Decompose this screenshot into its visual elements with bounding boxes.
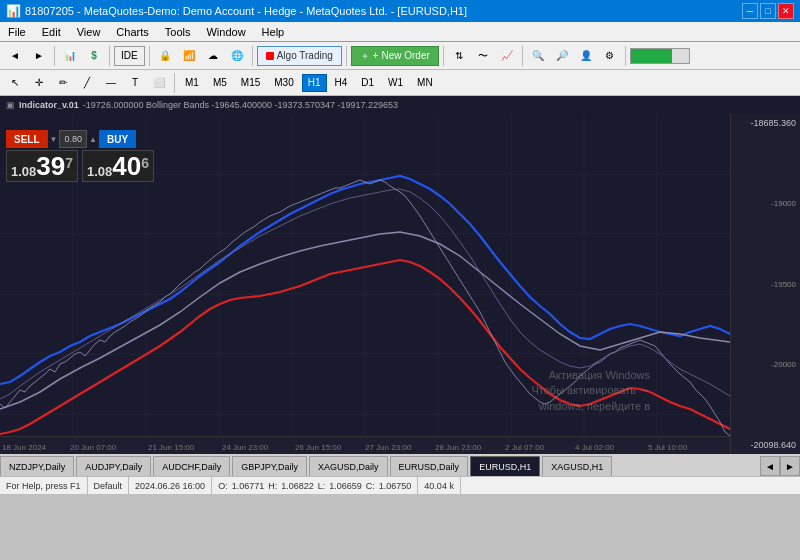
chart-main[interactable]: SELL ▼ 0.80 ▲ BUY 1.08 39 7 1.08 40 6	[0, 114, 730, 454]
toolbar-cog-btn[interactable]: ⚙	[599, 45, 621, 67]
indicator-values: -19726.000000 Bollinger Bands -19645.400…	[83, 100, 398, 110]
bid-prefix: 1.08	[11, 164, 36, 179]
price-label-bot: -20098.640	[733, 440, 798, 450]
ask-prefix: 1.08	[87, 164, 112, 179]
text-btn[interactable]: T	[124, 72, 146, 94]
pen-btn[interactable]: ✏	[52, 72, 74, 94]
toolbar-ide-btn[interactable]: IDE	[114, 46, 145, 66]
price-scale: -18685.360 -19000 -19500 -20000 -20098.6…	[730, 114, 800, 454]
ask-price-box: 1.08 40 6	[82, 150, 154, 182]
hline-btn[interactable]: —	[100, 72, 122, 94]
minimize-btn[interactable]: ─	[742, 3, 758, 19]
tf-m5[interactable]: M5	[207, 74, 233, 92]
new-order-btn[interactable]: ＋ + New Order	[351, 46, 439, 66]
watermark-line2: Чтобы активировать →	[531, 383, 650, 398]
new-order-label: + New Order	[373, 50, 430, 61]
menu-edit[interactable]: Edit	[34, 22, 69, 41]
spread-arrow-down[interactable]: ▼	[50, 135, 58, 144]
price-label-top: -18685.360	[733, 118, 798, 128]
tf-mn[interactable]: MN	[411, 74, 439, 92]
toolbar-dollar-btn[interactable]: $	[83, 45, 105, 67]
price-label-3: -19500	[733, 280, 798, 289]
indicator-name: Indicator_v.01	[19, 100, 79, 110]
sell-button[interactable]: SELL	[6, 130, 48, 148]
toolbar-lock-btn[interactable]: 🔒	[154, 45, 176, 67]
toolbar-sep-4	[252, 46, 253, 66]
algo-label: Algo Trading	[277, 50, 333, 61]
tab-eurusd-h1[interactable]: EURUSD,H1	[470, 456, 540, 476]
high-val: 1.06822	[281, 481, 314, 491]
toolbar-wave-btn[interactable]: 〜	[472, 45, 494, 67]
toolbar-back-btn[interactable]: ◄	[4, 45, 26, 67]
new-order-icon: ＋	[360, 49, 370, 63]
restore-btn[interactable]: □	[760, 3, 776, 19]
tab-xagusd-h1[interactable]: XAGUSD,H1	[542, 456, 612, 476]
tab-nzdjpy[interactable]: NZDJPY,Daily	[0, 456, 74, 476]
tf-m1[interactable]: M1	[179, 74, 205, 92]
status-ohlc: O: 1.06771 H: 1.06822 L: 1.06659 C: 1.06…	[212, 477, 418, 494]
tf-d1[interactable]: D1	[355, 74, 380, 92]
toolbar-chart-btn[interactable]: 📊	[59, 45, 81, 67]
shapes-btn[interactable]: ⬜	[148, 72, 170, 94]
svg-text:2 Jul 07:00: 2 Jul 07:00	[505, 443, 545, 452]
tab-scroll-left[interactable]: ◄	[760, 456, 780, 476]
tf-w1[interactable]: W1	[382, 74, 409, 92]
menu-window[interactable]: Window	[198, 22, 253, 41]
watermark-line3: windows, перейдите в	[531, 399, 650, 414]
cursor-btn[interactable]: ↖	[4, 72, 26, 94]
menu-tools[interactable]: Tools	[157, 22, 199, 41]
low-val: 1.06659	[329, 481, 362, 491]
toolbar-main: ◄ ► 📊 $ IDE 🔒 📶 ☁ 🌐 Algo Trading ＋ + New…	[0, 42, 800, 70]
tf-h4[interactable]: H4	[329, 74, 354, 92]
tab-eurusd-daily[interactable]: EURUSD,Daily	[390, 456, 469, 476]
tab-gbpjpy[interactable]: GBPJPY,Daily	[232, 456, 307, 476]
toolbar-sep-1	[54, 46, 55, 66]
toolbar-globe-btn[interactable]: 🌐	[226, 45, 248, 67]
tab-audchf[interactable]: AUDCHF,Daily	[153, 456, 230, 476]
toolbar-sep-8	[625, 46, 626, 66]
toolbar-fwd-btn[interactable]: ►	[28, 45, 50, 67]
svg-text:5 Jul 10:00: 5 Jul 10:00	[648, 443, 688, 452]
menu-file[interactable]: File	[0, 22, 34, 41]
close-label: C:	[366, 481, 375, 491]
menu-view[interactable]: View	[69, 22, 109, 41]
algo-trading-btn[interactable]: Algo Trading	[257, 46, 342, 66]
toolbar-user-btn[interactable]: 👤	[575, 45, 597, 67]
ask-large: 40	[112, 153, 141, 179]
open-label: O:	[218, 481, 228, 491]
tf-h1[interactable]: H1	[302, 74, 327, 92]
svg-text:21 Jun 15:00: 21 Jun 15:00	[148, 443, 195, 452]
toolbar-zoom-out-btn[interactable]: 🔍	[527, 45, 549, 67]
tools-sep-1	[174, 73, 175, 93]
tf-m30[interactable]: M30	[268, 74, 299, 92]
toolbar-arrows-btn[interactable]: ⇅	[448, 45, 470, 67]
spread-arrow-up[interactable]: ▲	[89, 135, 97, 144]
title-bar: 📊 81807205 - MetaQuotes-Demo: Demo Accou…	[0, 0, 800, 22]
toolbar-sep-5	[346, 46, 347, 66]
high-label: H:	[268, 481, 277, 491]
bottom-tabs: NZDJPY,Daily AUDJPY,Daily AUDCHF,Daily G…	[0, 454, 800, 476]
line-btn[interactable]: ╱	[76, 72, 98, 94]
svg-text:18 Jun 2024: 18 Jun 2024	[2, 443, 47, 452]
chart-info-bar: ▣ Indicator_v.01 -19726.000000 Bollinger…	[0, 96, 800, 114]
status-volume: 40.04 k	[418, 477, 461, 494]
tab-audjpy[interactable]: AUDJPY,Daily	[76, 456, 151, 476]
tf-m15[interactable]: M15	[235, 74, 266, 92]
menu-help[interactable]: Help	[254, 22, 293, 41]
toolbar-wifi-btn[interactable]: 📶	[178, 45, 200, 67]
toolbar-chart2-btn[interactable]: 📈	[496, 45, 518, 67]
cross-btn[interactable]: ✛	[28, 72, 50, 94]
menu-charts[interactable]: Charts	[108, 22, 156, 41]
svg-text:26 Jun 15:00: 26 Jun 15:00	[295, 443, 342, 452]
spread-value: 0.80	[59, 130, 87, 148]
toolbar-zoom-in-btn[interactable]: 🔎	[551, 45, 573, 67]
status-datetime: 2024.06.26 16:00	[129, 477, 212, 494]
title-text: 81807205 - MetaQuotes-Demo: Demo Account…	[25, 5, 467, 17]
close-btn[interactable]: ✕	[778, 3, 794, 19]
toolbar-sep-6	[443, 46, 444, 66]
price-label-2: -19000	[733, 199, 798, 208]
tab-scroll-right[interactable]: ►	[780, 456, 800, 476]
tab-xagusd-daily[interactable]: XAGUSD,Daily	[309, 456, 388, 476]
buy-button[interactable]: BUY	[99, 130, 136, 148]
toolbar-cloud-btn[interactable]: ☁	[202, 45, 224, 67]
